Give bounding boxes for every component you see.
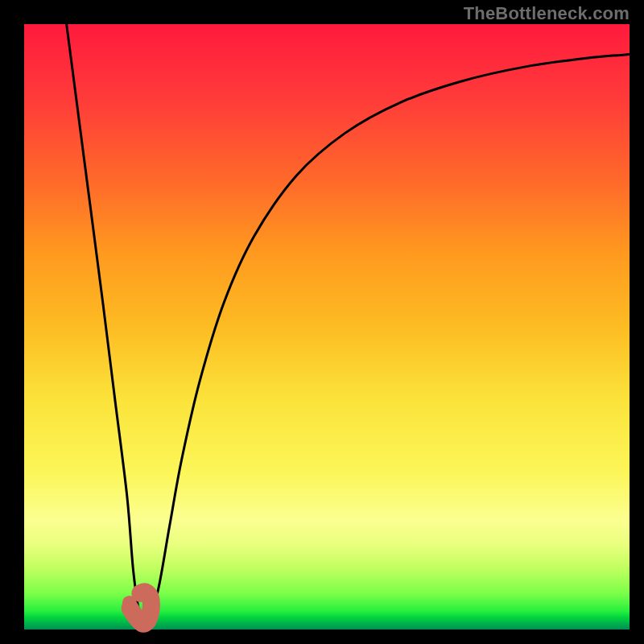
watermark-text: TheBottleneck.com [464,3,630,24]
chart-svg [24,24,630,630]
bottleneck-curve [67,24,630,624]
marker-dot [122,596,137,610]
chart-frame: TheBottleneck.com [0,0,644,644]
plot-area [24,24,630,630]
